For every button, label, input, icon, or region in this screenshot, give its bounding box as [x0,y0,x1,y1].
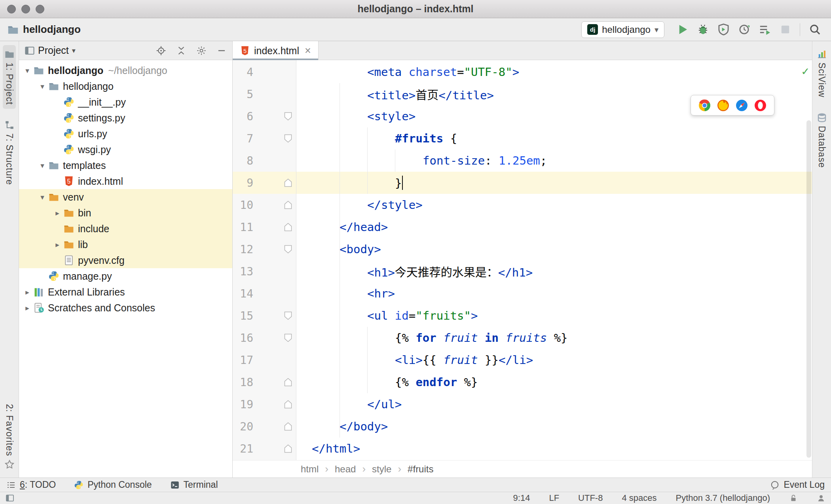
tree-collapsed-arrow-icon[interactable]: ▸ [51,240,63,249]
project-view-select[interactable]: Project [38,45,69,56]
safari-browser-button[interactable] [735,99,748,112]
tool-button-python-console[interactable]: Python Console [74,479,152,490]
tree-item-templates[interactable]: ▾templates [19,157,232,173]
line-number[interactable]: 11 [233,221,253,234]
code-text[interactable]: </ul> [296,398,402,411]
line-number[interactable]: 14 [233,287,253,300]
tree-item-hellodjango[interactable]: ▾hellodjango [19,78,232,94]
editor-line-9[interactable]: 9} [233,172,812,194]
line-number[interactable]: 5 [233,88,253,101]
scrollbar[interactable] [806,120,811,458]
status-lf[interactable]: LF [549,493,559,503]
opera-browser-button[interactable] [754,99,767,112]
code-text[interactable]: {% for fruit in fruits %} [296,331,568,345]
editor-line-14[interactable]: 14<hr> [233,282,812,305]
line-number[interactable]: 12 [233,243,253,256]
code-text[interactable]: #fruits { [296,132,457,145]
run-configuration-select[interactable]: dj hellodjango ▾ [581,21,664,38]
line-number[interactable]: 16 [233,332,253,345]
tree-item-scratches-and-consoles[interactable]: ▸Scratches and Consoles [19,300,232,316]
tree-item-bin[interactable]: ▸bin [19,205,232,221]
code-text[interactable]: font-size: 1.25em; [296,154,547,167]
tree-item-external-libraries[interactable]: ▸External Libraries [19,284,232,300]
editor-line-17[interactable]: 17<li>{{ fruit }}</li> [233,349,812,371]
tree-item-index-html[interactable]: 5index.html [19,173,232,189]
tool-button-terminal[interactable]: Terminal [170,479,218,490]
tree-expanded-arrow-icon[interactable]: ▾ [21,66,33,75]
line-number[interactable]: 7 [233,132,253,145]
editor-line-18[interactable]: 18{% endfor %} [233,371,812,393]
editor-line-13[interactable]: 13<h1>今天推荐的水果是：</h1> [233,260,812,282]
line-number[interactable]: 17 [233,354,253,367]
close-tab-icon[interactable]: × [305,45,311,56]
event-log-button[interactable]: Event Log [770,479,825,490]
tool-window-button-sciview[interactable]: SciView [815,45,828,101]
fold-marker-down-icon[interactable] [284,311,292,320]
line-number[interactable]: 19 [233,398,253,411]
fold-marker-down-icon[interactable] [284,112,292,121]
fold-marker-up-icon[interactable] [284,223,292,231]
tree-expanded-arrow-icon[interactable]: ▾ [36,161,48,170]
code-text[interactable]: {% endfor %} [296,375,478,389]
close-window-button[interactable] [7,5,16,13]
fold-marker-up-icon[interactable] [284,201,292,209]
fold-marker-up-icon[interactable] [284,444,292,453]
hide-button[interactable] [216,45,227,56]
hector-icon[interactable] [817,494,825,502]
editor-line-10[interactable]: 10</style> [233,194,812,216]
editor-line-20[interactable]: 20</body> [233,415,812,438]
fold-marker-down-icon[interactable] [284,333,292,342]
tool-window-button-2-favorites[interactable]: 2: Favorites [3,400,16,474]
status-utf-8[interactable]: UTF-8 [578,493,603,503]
zoom-window-button[interactable] [36,5,44,13]
line-number[interactable]: 9 [233,176,253,189]
tree-item-init-py[interactable]: __init__.py [19,94,232,110]
line-number[interactable]: 15 [233,309,253,322]
editor-line-8[interactable]: 8font-size: 1.25em; [233,150,812,172]
inspections-ok-icon[interactable]: ✓ [802,64,809,78]
editor-line-21[interactable]: 21</html> [233,438,812,460]
collapse-all-button[interactable] [176,45,186,56]
code-text[interactable]: </style> [296,198,423,212]
editor-line-12[interactable]: 12<body> [233,238,812,260]
tree-item-urls-py[interactable]: urls.py [19,126,232,142]
tree-collapsed-arrow-icon[interactable]: ▸ [51,208,63,218]
tool-window-toggle-icon[interactable] [6,494,14,502]
tool-window-button-database[interactable]: Database [815,108,828,172]
run-button[interactable] [673,22,691,38]
tab-index-html[interactable]: 5 index.html × [233,41,319,60]
tree-item-venv[interactable]: ▾venv [19,189,232,205]
lock-icon[interactable] [789,494,798,502]
breadcrumb-style[interactable]: style [372,464,391,475]
line-number[interactable]: 21 [233,442,253,455]
editor-line-11[interactable]: 11</head> [233,216,812,238]
run-with-coverage-button[interactable] [714,22,732,38]
code-text[interactable]: } [296,176,403,190]
breadcrumb-html[interactable]: html [301,464,319,475]
editor-line-4[interactable]: 4<meta charset="UTF-8"> [233,61,812,83]
code-text[interactable]: <li>{{ fruit }}</li> [296,353,533,367]
line-number[interactable]: 18 [233,376,253,389]
firefox-browser-button[interactable] [717,99,730,112]
line-number[interactable]: 20 [233,420,253,433]
line-number[interactable]: 13 [233,265,253,278]
code-text[interactable]: <h1>今天推荐的水果是：</h1> [296,263,533,280]
minimize-window-button[interactable] [21,5,30,13]
tree-item-settings-py[interactable]: settings.py [19,110,232,126]
chrome-browser-button[interactable] [698,99,711,112]
tree-item-include[interactable]: include [19,221,232,237]
line-number[interactable]: 6 [233,110,253,123]
tool-window-button-1-project[interactable]: 1: Project [3,45,16,109]
status-4-spaces[interactable]: 4 spaces [622,493,656,503]
fold-marker-up-icon[interactable] [284,378,292,387]
fold-marker-up-icon[interactable] [284,178,292,187]
code-text[interactable]: <body> [296,243,381,256]
tree-item-lib[interactable]: ▸lib [19,237,232,252]
tree-expanded-arrow-icon[interactable]: ▾ [36,193,48,202]
line-number[interactable]: 10 [233,199,253,212]
fold-marker-up-icon[interactable] [284,400,292,409]
editor-line-7[interactable]: 7#fruits { [233,127,812,150]
locate-button[interactable] [156,45,166,56]
editor-line-15[interactable]: 15<ul id="fruits"> [233,305,812,327]
code-editor[interactable]: 4<meta charset="UTF-8">5<title>首页</title… [233,60,812,460]
